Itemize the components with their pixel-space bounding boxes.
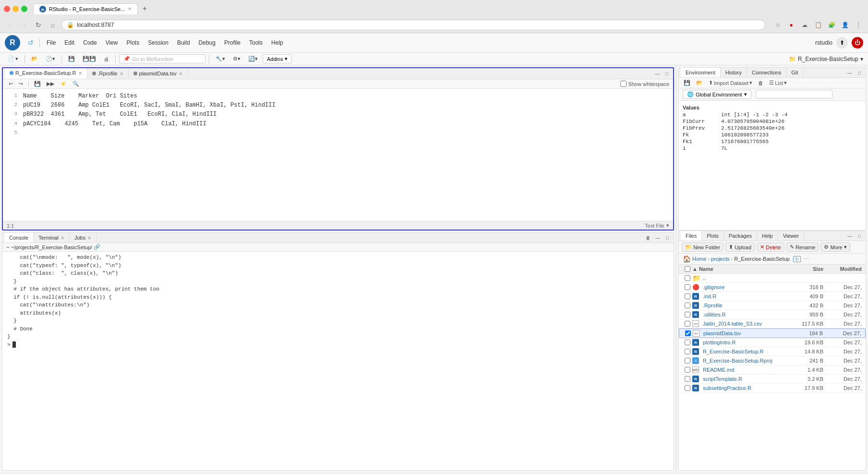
more-button[interactable]: ⚙ More ▾ bbox=[820, 243, 850, 252]
breadcrumb-ellipsis[interactable]: ⋯ bbox=[804, 256, 809, 262]
traffic-lights[interactable] bbox=[4, 6, 27, 12]
menu-debug[interactable]: Debug bbox=[195, 38, 219, 48]
upload-server-icon[interactable]: ⬆ bbox=[836, 37, 848, 49]
file-name-back[interactable]: .. bbox=[703, 275, 785, 281]
open-file-button[interactable]: 📂 bbox=[28, 55, 41, 63]
menu-help[interactable]: Help bbox=[267, 38, 287, 48]
go-to-file-input[interactable]: 📌 Go to file/function bbox=[119, 54, 205, 63]
menu-file[interactable]: File bbox=[43, 38, 60, 48]
env-tab-connections[interactable]: Connections bbox=[747, 68, 786, 77]
save-all-button[interactable]: 💾💾 bbox=[80, 55, 99, 63]
modified-column-header[interactable]: Modified bbox=[823, 266, 862, 272]
delete-button[interactable]: ✕ Delete bbox=[757, 243, 784, 252]
files-maximize-button[interactable]: □ bbox=[855, 231, 864, 240]
editor-content[interactable]: 1 Name Size Marker Ori Sites 2 pUC19 268… bbox=[3, 89, 673, 221]
file-check-subsetting[interactable] bbox=[685, 385, 690, 391]
editor-minimize-button[interactable]: — bbox=[653, 69, 662, 78]
back-button[interactable]: ‹ bbox=[4, 19, 15, 31]
global-env-dropdown[interactable]: 🌐 Global Environment ▾ bbox=[683, 90, 751, 99]
undo-button[interactable]: ↩ bbox=[7, 80, 15, 87]
file-check-script-template[interactable] bbox=[685, 376, 690, 382]
console-clear-button[interactable]: 🗑 bbox=[644, 233, 652, 242]
show-whitespace-toggle[interactable]: Show whitespace bbox=[620, 81, 669, 87]
file-check-readme[interactable] bbox=[685, 367, 690, 373]
save-source-button[interactable]: 💾 bbox=[32, 80, 43, 87]
list-mode-button[interactable]: ☰ List ▾ bbox=[767, 79, 789, 86]
env-load-button[interactable]: 📂 bbox=[694, 79, 705, 86]
tab-close-button[interactable]: ✕ bbox=[128, 6, 132, 12]
recent-files-button[interactable]: 🕐▾ bbox=[43, 55, 58, 63]
menu-profile[interactable]: Profile bbox=[220, 38, 244, 48]
import-dataset-button[interactable]: ⬆ Import Dataset ▾ bbox=[707, 79, 754, 86]
minimize-window-button[interactable] bbox=[12, 6, 19, 12]
env-tab-environment[interactable]: Environment bbox=[681, 68, 721, 77]
new-folder-button[interactable]: 📁 New Folder bbox=[682, 243, 723, 252]
menu-code[interactable]: Code bbox=[79, 38, 101, 48]
env-tab-history[interactable]: History bbox=[721, 68, 747, 77]
menu-view[interactable]: View bbox=[102, 38, 122, 48]
file-name-jaitin-csv[interactable]: Jaitin_2014-table_S3.csv bbox=[703, 321, 785, 327]
cloud-icon[interactable]: ☁ bbox=[799, 19, 810, 31]
env-search-input[interactable] bbox=[756, 90, 832, 98]
find-button[interactable]: 🔍 bbox=[71, 80, 81, 87]
show-whitespace-checkbox[interactable] bbox=[620, 81, 627, 87]
pinterest-icon[interactable]: ● bbox=[785, 19, 797, 31]
rename-button[interactable]: ✎ Rename bbox=[786, 243, 819, 252]
console-tab-jobs[interactable]: Jobs ✕ bbox=[70, 233, 96, 243]
env-maximize-button[interactable]: □ bbox=[855, 68, 864, 77]
files-tab-packages[interactable]: Packages bbox=[724, 231, 757, 241]
home-button[interactable]: ⌂ bbox=[47, 19, 59, 31]
code-tools-button[interactable]: 🔧▾ bbox=[213, 55, 228, 63]
save-button[interactable]: 💾 bbox=[65, 55, 78, 63]
file-name-plotting-r[interactable]: plottingIntro.R bbox=[703, 340, 785, 345]
env-save-button[interactable]: 💾 bbox=[682, 79, 692, 86]
power-icon[interactable]: ⏻ bbox=[852, 37, 863, 49]
notes-icon[interactable]: 📋 bbox=[812, 19, 824, 31]
console-tab-terminal[interactable]: Terminal ✕ bbox=[34, 233, 70, 243]
file-check-init-r[interactable] bbox=[685, 293, 690, 299]
editor-maximize-button[interactable]: □ bbox=[663, 69, 671, 78]
file-check-gitignore[interactable] bbox=[685, 284, 690, 290]
env-minimize-button[interactable]: — bbox=[845, 68, 854, 77]
editor-tab-close-1[interactable]: ✕ bbox=[120, 71, 123, 76]
menu-edit[interactable]: Edit bbox=[60, 38, 78, 48]
files-tab-help[interactable]: Help bbox=[757, 231, 778, 241]
menu-build[interactable]: Build bbox=[173, 38, 194, 48]
refresh-button[interactable]: ↻ bbox=[33, 19, 44, 31]
new-file-button[interactable]: 📄▾ bbox=[5, 55, 21, 63]
forward-button[interactable]: › bbox=[18, 19, 30, 31]
select-all-checkbox[interactable] bbox=[685, 266, 690, 272]
file-name-script-template[interactable]: scriptTemplate.R bbox=[703, 376, 785, 382]
maximize-window-button[interactable] bbox=[21, 6, 27, 12]
jobs-tab-close[interactable]: ✕ bbox=[87, 235, 91, 241]
profile-icon[interactable]: 👤 bbox=[839, 19, 851, 31]
menu-session[interactable]: Session bbox=[144, 38, 172, 48]
menu-plots[interactable]: Plots bbox=[123, 38, 144, 48]
files-tab-viewer[interactable]: Viewer bbox=[778, 231, 804, 241]
file-name-utilities-r[interactable]: .utilities.R bbox=[703, 312, 785, 317]
editor-tab-rprofile[interactable]: .Rprofile ✕ bbox=[87, 69, 129, 78]
run-all-button[interactable]: ▶▶ bbox=[45, 80, 56, 87]
source-button[interactable]: ⚡ bbox=[58, 80, 69, 87]
file-check-rproj[interactable] bbox=[685, 358, 690, 364]
menu-icon[interactable]: ⋮ bbox=[853, 19, 864, 31]
active-browser-tab[interactable]: R RStudio - R_Exercise-BasicSe... ✕ bbox=[33, 3, 138, 14]
project-indicator[interactable]: 📁 R_Exercise-BasicSetup ▾ bbox=[789, 56, 863, 62]
file-check-plotting-r[interactable] bbox=[685, 340, 690, 345]
select-all-checkbox-cell[interactable] bbox=[683, 266, 692, 272]
file-check-utilities-r[interactable] bbox=[685, 312, 690, 317]
editor-tab-close-2[interactable]: ✕ bbox=[179, 71, 182, 76]
menu-tools[interactable]: Tools bbox=[245, 38, 266, 48]
editor-tab-close-0[interactable]: ✕ bbox=[78, 71, 82, 76]
name-column-header[interactable]: ▲ Name bbox=[692, 266, 785, 272]
file-check-rprofile[interactable] bbox=[685, 303, 690, 308]
folder-link-icon[interactable]: 🔗 bbox=[94, 244, 100, 250]
files-tab-files[interactable]: Files bbox=[681, 231, 702, 241]
breadcrumb-projects[interactable]: projects bbox=[711, 256, 730, 262]
compile-button[interactable]: ⚙▾ bbox=[230, 55, 243, 63]
file-check-r-exercise-r[interactable] bbox=[685, 349, 690, 354]
file-name-init-r[interactable]: .init.R bbox=[703, 293, 785, 299]
files-minimize-button[interactable]: — bbox=[845, 231, 854, 240]
file-check-plasmid-tsv[interactable] bbox=[685, 330, 691, 336]
file-check-jaitin-csv[interactable] bbox=[685, 321, 690, 327]
